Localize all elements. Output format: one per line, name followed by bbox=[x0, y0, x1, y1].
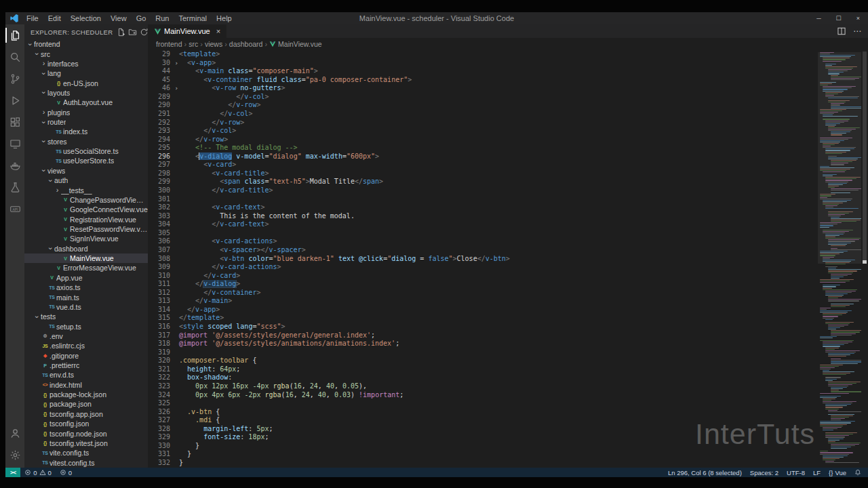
tree-item[interactable]: ›__tests__ bbox=[24, 185, 148, 195]
tree-item[interactable]: {}package.json bbox=[24, 399, 148, 409]
tree-item[interactable]: TSenv.d.ts bbox=[24, 370, 148, 380]
minimap[interactable] bbox=[818, 50, 861, 468]
tree-item[interactable]: VErrorMessageView.vue bbox=[24, 263, 148, 272]
cursor-position[interactable]: Ln 296, Col 6 (8 selected) bbox=[664, 469, 746, 476]
breadcrumb-item[interactable]: dashboard bbox=[229, 40, 263, 48]
code-line[interactable]: 295 <!-- The modal dialog --> bbox=[148, 144, 818, 152]
tree-item[interactable]: TSmain.ts bbox=[24, 292, 148, 302]
code-line[interactable]: 317@import '@/assets/styles/general/gene… bbox=[148, 331, 818, 340]
tree-item[interactable]: VSignInView.vue bbox=[24, 234, 148, 243]
scrollbar-thumb[interactable] bbox=[863, 52, 867, 263]
activity-settings-icon[interactable] bbox=[5, 444, 24, 466]
tree-item[interactable]: ›auth bbox=[24, 176, 148, 185]
code-line[interactable]: 320.composer-toolbar { bbox=[148, 357, 818, 365]
tree-item[interactable]: TSvite.config.ts bbox=[24, 448, 148, 458]
activity-explorer-icon[interactable] bbox=[5, 24, 24, 46]
code-line[interactable]: 326 .v-btn { bbox=[148, 408, 818, 417]
status-extra-indicator[interactable]: 0 bbox=[56, 469, 76, 476]
code-line[interactable]: 313 </v-main> bbox=[148, 297, 818, 306]
tree-item[interactable]: TSindex.ts bbox=[24, 127, 148, 136]
fold-chevron-icon[interactable]: › bbox=[175, 84, 178, 93]
menu-file[interactable]: File bbox=[22, 12, 43, 24]
tree-item[interactable]: ›src bbox=[24, 49, 148, 58]
code-line[interactable]: 300 </v-card-title> bbox=[148, 186, 818, 195]
code-line[interactable]: 292 </v-row> bbox=[148, 119, 818, 127]
tree-item[interactable]: {}tsconfig.vitest.json bbox=[24, 439, 148, 448]
code-line[interactable]: 303 This is the content of the modal. bbox=[148, 212, 818, 221]
eol-indicator[interactable]: LF bbox=[809, 469, 825, 476]
tree-item[interactable]: ›dashboard bbox=[24, 244, 148, 253]
tree-item[interactable]: JS.eslintrc.cjs bbox=[24, 341, 148, 350]
code-line[interactable]: 312 </v-container> bbox=[148, 289, 818, 298]
code-line[interactable]: 296 <v-dialog v-model="dialog" max-width… bbox=[148, 152, 818, 161]
tree-item[interactable]: {}en-US.json bbox=[24, 78, 148, 87]
code-line[interactable]: 289 </v-col> bbox=[148, 93, 818, 102]
code-line[interactable]: 46› <v-row no-gutters> bbox=[148, 84, 818, 93]
menu-selection[interactable]: Selection bbox=[66, 12, 106, 24]
code-line[interactable]: 301 bbox=[148, 195, 818, 204]
tree-item[interactable]: TSuseSocialStore.ts bbox=[24, 146, 148, 156]
code-line[interactable]: 318@import '@/assets/styles/animations/a… bbox=[148, 340, 818, 348]
code-line[interactable]: 305 bbox=[148, 229, 818, 238]
code-line[interactable]: 314 </v-app> bbox=[148, 306, 818, 314]
code-line[interactable]: 331 } bbox=[148, 450, 818, 459]
tree-item[interactable]: {}package-lock.json bbox=[24, 390, 148, 399]
activity-api-client-icon[interactable]: API bbox=[5, 198, 24, 220]
activity-docker-icon[interactable] bbox=[5, 155, 24, 176]
menu-terminal[interactable]: Terminal bbox=[174, 12, 212, 24]
tree-item[interactable]: ›frontend bbox=[24, 39, 148, 49]
tree-item[interactable]: ◆.gitignore bbox=[24, 351, 148, 361]
code-line[interactable]: 307 <v-spacer></v-spacer> bbox=[148, 246, 818, 255]
activity-accounts-icon[interactable] bbox=[5, 422, 24, 444]
indentation-indicator[interactable]: Spaces: 2 bbox=[746, 469, 783, 476]
code-line[interactable]: 304 </v-card-text> bbox=[148, 220, 818, 229]
tree-item[interactable]: VApp.vue bbox=[24, 273, 148, 283]
code-editor[interactable]: 29<template>30› <v-app>44 <v-main class=… bbox=[148, 50, 818, 468]
minimize-button[interactable]: ─ bbox=[809, 12, 829, 24]
code-line[interactable]: 302 <v-card-text> bbox=[148, 203, 818, 212]
breadcrumb-item[interactable]: MainView.vue bbox=[269, 40, 322, 48]
code-line[interactable]: 316<style scoped lang="scss"> bbox=[148, 323, 818, 331]
tree-item[interactable]: {}tsconfig.node.json bbox=[24, 428, 148, 438]
problems-indicator[interactable]: 0 0 bbox=[20, 469, 56, 476]
remote-indicator[interactable]: >< bbox=[5, 468, 20, 477]
tree-item[interactable]: ›layouts bbox=[24, 88, 148, 98]
maximize-button[interactable]: ☐ bbox=[829, 12, 848, 24]
code-line[interactable]: 30› <v-app> bbox=[148, 59, 818, 68]
menu-run[interactable]: Run bbox=[151, 12, 174, 24]
tree-item[interactable]: VMainView.vue bbox=[24, 253, 148, 263]
tree-item[interactable]: ›tests bbox=[24, 312, 148, 321]
code-line[interactable]: 306 <v-card-actions> bbox=[148, 237, 818, 246]
tree-item[interactable]: TSvue.d.ts bbox=[24, 302, 148, 312]
close-button[interactable]: × bbox=[848, 12, 868, 24]
tree-item[interactable]: ›views bbox=[24, 166, 148, 176]
code-line[interactable]: 323 0px 12px 16px -4px rgba(16, 24, 40, … bbox=[148, 382, 818, 391]
tree-item[interactable]: TSaxios.ts bbox=[24, 283, 148, 292]
activity-remote-explorer-icon[interactable] bbox=[5, 133, 24, 155]
code-line[interactable]: 324 0px 4px 6px -2px rgba(16, 24, 40, 0.… bbox=[148, 391, 818, 400]
menu-edit[interactable]: Edit bbox=[43, 12, 66, 24]
tree-item[interactable]: VRegistrationView.vue bbox=[24, 214, 148, 224]
code-line[interactable]: 308 <v-btn color="blue darken-1" text @c… bbox=[148, 255, 818, 264]
code-line[interactable]: 290 </v-row> bbox=[148, 101, 818, 110]
tree-item[interactable]: ›plugins bbox=[24, 108, 148, 117]
tab-close-icon[interactable]: × bbox=[216, 27, 220, 35]
tree-item[interactable]: ›stores bbox=[24, 137, 148, 146]
code-line[interactable]: 332} bbox=[148, 459, 818, 468]
code-line[interactable]: 29<template> bbox=[148, 50, 818, 59]
menu-go[interactable]: Go bbox=[132, 12, 151, 24]
tree-item[interactable]: VResetPasswordView.vue bbox=[24, 224, 148, 234]
notifications-button[interactable] bbox=[850, 469, 865, 476]
more-actions-icon[interactable]: ⋯ bbox=[853, 27, 861, 35]
tree-item[interactable]: <>index.html bbox=[24, 380, 148, 390]
code-line[interactable]: 294 </v-row> bbox=[148, 136, 818, 144]
tree-item[interactable]: VAuthLayout.vue bbox=[24, 98, 148, 107]
language-indicator[interactable]: {} Vue bbox=[825, 469, 850, 476]
code-line[interactable]: 291 </v-col> bbox=[148, 110, 818, 119]
activity-run-debug-icon[interactable] bbox=[5, 89, 24, 111]
vertical-scrollbar[interactable] bbox=[861, 50, 868, 468]
code-line[interactable]: 322 box-shadow: bbox=[148, 373, 818, 382]
tree-item[interactable]: ›router bbox=[24, 117, 148, 127]
new-file-icon[interactable] bbox=[116, 27, 125, 37]
code-line[interactable]: 325 bbox=[148, 399, 818, 408]
